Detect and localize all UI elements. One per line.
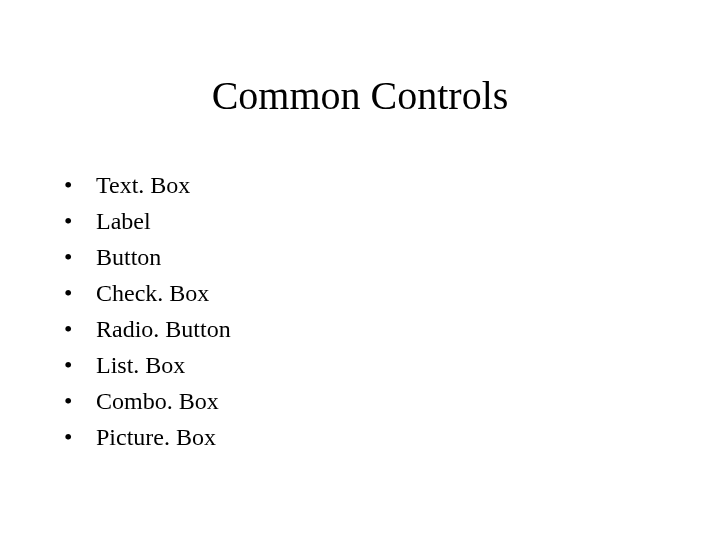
list-item: Button — [64, 239, 720, 275]
list-item: Text. Box — [64, 167, 720, 203]
bullet-list: Text. Box Label Button Check. Box Radio.… — [0, 167, 720, 455]
list-item: Label — [64, 203, 720, 239]
list-item: Combo. Box — [64, 383, 720, 419]
list-item: Picture. Box — [64, 419, 720, 455]
list-item: Check. Box — [64, 275, 720, 311]
list-item: Radio. Button — [64, 311, 720, 347]
slide-container: Common Controls Text. Box Label Button C… — [0, 0, 720, 540]
slide-title: Common Controls — [0, 72, 720, 119]
list-item: List. Box — [64, 347, 720, 383]
